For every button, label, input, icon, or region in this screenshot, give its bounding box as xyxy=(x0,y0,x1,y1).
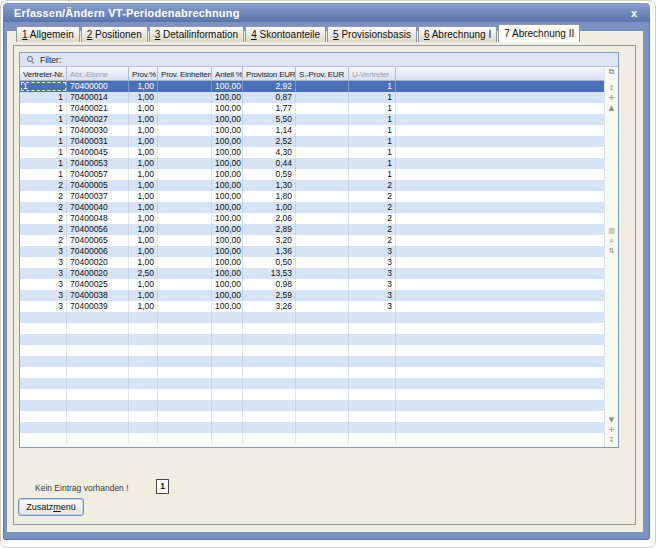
cell-prov-: 1,00 xyxy=(129,81,158,92)
column-header-anteil-[interactable]: Anteil % xyxy=(212,67,243,80)
cell-abr-ebene: 70400030 xyxy=(67,125,129,136)
table-row[interactable]: 2704000401,00100,001,002 xyxy=(20,202,604,213)
side-toolbar-lower-group: ▼✛↧ xyxy=(605,416,618,444)
cell-u-vertreter xyxy=(349,323,396,334)
table-row[interactable]: 2704000561,00100,002,892 xyxy=(20,224,604,235)
table-row[interactable]: 1704000451,00100,004,301 xyxy=(20,147,604,158)
table-row[interactable]: 3704000381,00100,002,593 xyxy=(20,290,604,301)
close-icon[interactable]: x xyxy=(627,7,641,19)
tab-skontoanteile[interactable]: 4 Skontoanteile xyxy=(245,26,326,42)
tab-positionen[interactable]: 2 Positionen xyxy=(81,26,148,42)
cell-s-prov-eur xyxy=(296,180,349,191)
cell-prov- xyxy=(129,334,158,345)
column-header-provision-eur[interactable]: Provision EUR xyxy=(243,67,296,80)
cell-abr-ebene xyxy=(67,345,129,356)
cell-provision-eur xyxy=(243,422,296,433)
append-row-icon[interactable]: ✛ xyxy=(609,426,615,434)
cell-vertreter-nr- xyxy=(20,323,67,334)
cell-prov-: 1,00 xyxy=(129,257,158,268)
cell-vertreter-nr-: 2 xyxy=(20,213,67,224)
cell-prov-einheiten xyxy=(158,257,212,268)
filter-search-icon[interactable] xyxy=(27,56,34,63)
table-row-empty xyxy=(20,356,604,367)
scroll-bottom-icon[interactable]: ↧ xyxy=(609,436,615,444)
scroll-top-icon[interactable]: ↥ xyxy=(609,84,615,92)
table-row[interactable]: 2704000051,00100,001,302 xyxy=(20,180,604,191)
cell-provision-eur: 2,59 xyxy=(243,290,296,301)
cell-filler xyxy=(396,103,604,114)
column-header-abr-ebene[interactable]: Abr.-Ebene xyxy=(67,67,129,80)
cell-vertreter-nr-: 2 xyxy=(20,180,67,191)
column-header-s-prov-eur[interactable]: S.-Prov. EUR xyxy=(296,67,349,80)
filter-bar[interactable]: Filter: xyxy=(20,53,618,67)
button-label-mnemonic: m xyxy=(53,502,61,512)
table-row[interactable]: 1704000211,00100,001,771 xyxy=(20,103,604,114)
cell-prov-einheiten xyxy=(158,389,212,400)
button-label-prefix: Zusatz xyxy=(26,502,53,512)
table-row-empty xyxy=(20,367,604,378)
tab-provisionsbasis[interactable]: 5 Provisionsbasis xyxy=(327,26,417,42)
column-header-u-vertreter[interactable]: U-Vertreter xyxy=(349,67,396,80)
cell-s-prov-eur xyxy=(296,301,349,312)
column-chooser-icon[interactable]: ⧉ xyxy=(609,68,615,76)
sort-icon[interactable]: ⇅ xyxy=(609,247,615,255)
tab-abrechnung-ii[interactable]: 7 Abrechnung II xyxy=(498,24,580,42)
column-header-vertreter-nr-[interactable]: Vertreter-Nr. xyxy=(20,67,67,80)
cell-s-prov-eur xyxy=(296,312,349,323)
cell-abr-ebene: 70400037 xyxy=(67,191,129,202)
cell-prov-einheiten xyxy=(158,345,212,356)
cell-s-prov-eur xyxy=(296,246,349,257)
cell-vertreter-nr-: 1 xyxy=(20,147,67,158)
scroll-up-icon[interactable]: ▲ xyxy=(609,104,614,112)
table-row[interactable]: 2704000651,00100,003,202 xyxy=(20,235,604,246)
cell-filler xyxy=(396,422,604,433)
cell-filler xyxy=(396,191,604,202)
cell-vertreter-nr-: 2 xyxy=(20,235,67,246)
table-row[interactable]: 1704000271,00100,005,501 xyxy=(20,114,604,125)
table-row[interactable]: 3704000061,00100,001,363 xyxy=(20,246,604,257)
tab-detailinformation[interactable]: 3 Detailinformation xyxy=(149,26,244,42)
table-row[interactable]: 1704000531,00100,000,441 xyxy=(20,158,604,169)
tab-allgemein[interactable]: 1 Allgemein xyxy=(16,26,80,42)
cell-s-prov-eur xyxy=(296,257,349,268)
cell-u-vertreter xyxy=(349,345,396,356)
cell-provision-eur xyxy=(243,378,296,389)
table-row[interactable]: 3704000251,00100,000,983 xyxy=(20,279,604,290)
table-row[interactable]: 3704000202,50100,0013,533 xyxy=(20,268,604,279)
table-row-empty xyxy=(20,312,604,323)
tab-abrechnung-i[interactable]: 6 Abrechnung I xyxy=(418,26,497,42)
table-row-empty xyxy=(20,389,604,400)
cell-vertreter-nr- xyxy=(20,378,67,389)
search-icon[interactable]: ⌕ xyxy=(609,237,613,245)
cell-abr-ebene xyxy=(67,433,129,444)
column-header-prov-einheiten[interactable]: Prov. Einheiten xyxy=(158,67,212,80)
table-row[interactable]: 2704000481,00100,002,062 xyxy=(20,213,604,224)
table-row[interactable]: 1704000001,00100,002,921 xyxy=(20,81,604,92)
table-row[interactable]: 1704000311,00100,002,521 xyxy=(20,136,604,147)
table-row[interactable]: 1704000141,00100,000,871 xyxy=(20,92,604,103)
insert-row-icon[interactable]: ✛ xyxy=(609,94,615,102)
table-row-empty xyxy=(20,422,604,433)
table-row[interactable]: 3704000391,00100,003,263 xyxy=(20,301,604,312)
table-row[interactable]: 2704000371,00100,001,802 xyxy=(20,191,604,202)
column-width-icon[interactable]: ▥ xyxy=(608,227,615,235)
cell-s-prov-eur xyxy=(296,400,349,411)
column-header-prov-[interactable]: Prov.% xyxy=(129,67,158,80)
cell-prov-einheiten xyxy=(158,235,212,246)
cell-prov-einheiten xyxy=(158,147,212,158)
zusatzmenue-button[interactable]: Zusatzmenü xyxy=(18,498,84,516)
cell-s-prov-eur xyxy=(296,356,349,367)
cell-s-prov-eur xyxy=(296,235,349,246)
cell-abr-ebene xyxy=(67,378,129,389)
table-row[interactable]: 3704000201,00100,000,503 xyxy=(20,257,604,268)
table-row[interactable]: 1704000301,00100,001,141 xyxy=(20,125,604,136)
cell-u-vertreter: 3 xyxy=(349,246,396,257)
cell-vertreter-nr-: 1 xyxy=(20,125,67,136)
cell-prov- xyxy=(129,422,158,433)
cell-s-prov-eur xyxy=(296,213,349,224)
cell-abr-ebene: 70400031 xyxy=(67,136,129,147)
scroll-down-icon[interactable]: ▼ xyxy=(609,416,614,424)
table-row[interactable]: 1704000571,00100,000,591 xyxy=(20,169,604,180)
cell-u-vertreter: 1 xyxy=(349,125,396,136)
cell-prov-einheiten xyxy=(158,301,212,312)
